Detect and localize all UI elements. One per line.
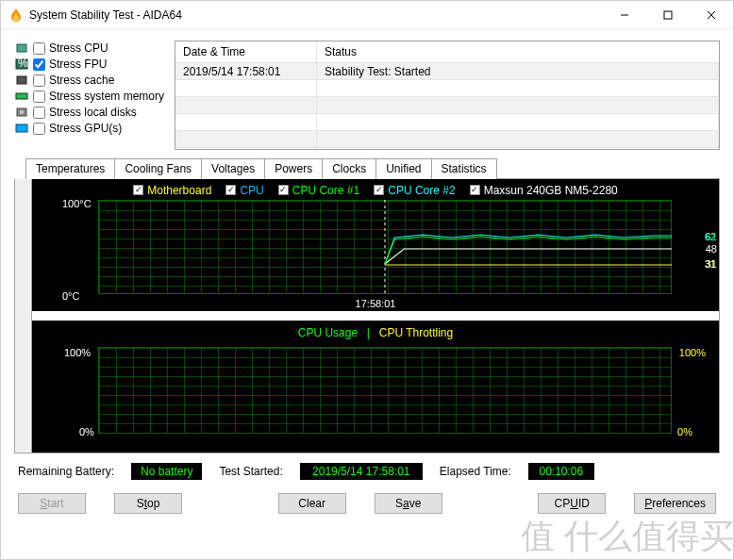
y-tick-bot: 0°C	[62, 290, 79, 302]
elapsed-label: Elapsed Time:	[440, 465, 511, 478]
stress-fpu-label: Stress FPU	[49, 58, 107, 71]
stress-disk-label: Stress local disks	[49, 106, 137, 119]
fpu-icon: %	[14, 58, 29, 71]
legend-cpu: CPU	[240, 184, 263, 197]
battery-label: Remaining Battery:	[18, 465, 114, 478]
event-log: Date & Time Status 2019/5/14 17:58:01 St…	[175, 41, 720, 150]
disk-icon	[14, 106, 29, 119]
memory-icon	[14, 90, 29, 103]
clear-button[interactable]: Clear	[278, 493, 346, 514]
legend-core2: CPU Core #2	[388, 184, 455, 197]
stress-memory-label: Stress system memory	[49, 90, 164, 103]
legend-ssd: Maxsun 240GB NM5-2280	[484, 184, 618, 197]
tab-voltages[interactable]: Voltages	[201, 158, 265, 179]
temperature-plot	[98, 200, 672, 294]
started-label: Test Started:	[219, 465, 282, 478]
battery-value: No battery	[131, 463, 202, 480]
save-button[interactable]: Save	[375, 493, 442, 514]
legend-cb-motherboard[interactable]: ✓	[133, 185, 143, 195]
event-col-status[interactable]: Status	[317, 41, 719, 62]
button-bar: Start Stop Clear Save CPUID Preferences	[18, 493, 716, 514]
svg-rect-1	[664, 11, 672, 19]
status-bar: Remaining Battery: No battery Test Start…	[18, 463, 716, 480]
legend-cb-core2[interactable]: ✓	[374, 185, 384, 195]
tab-unified[interactable]: Unified	[375, 158, 431, 179]
val-core2: 62	[705, 231, 729, 242]
cache-icon	[14, 74, 29, 87]
y2-right-top: 100%	[679, 347, 706, 358]
legend-motherboard: Motherboard	[147, 184, 211, 197]
event-row	[175, 114, 719, 131]
event-col-datetime[interactable]: Date & Time	[175, 41, 317, 62]
stress-cpu-label: Stress CPU	[49, 41, 108, 55]
svg-rect-7	[17, 76, 26, 84]
legend-cpu-usage: CPU Usage	[298, 326, 358, 339]
stress-cpu-checkbox[interactable]	[33, 42, 45, 55]
legend-core1: CPU Core #1	[292, 184, 359, 197]
y2-left-top: 100%	[64, 347, 91, 358]
event-row	[175, 80, 719, 97]
started-value: 2019/5/14 17:58:01	[300, 463, 423, 480]
val-ssd: 31	[705, 258, 729, 270]
window-title: System Stability Test - AIDA64	[29, 8, 603, 22]
y-tick-top: 100°C	[62, 198, 92, 209]
tab-cooling-fans[interactable]: Cooling Fans	[114, 158, 202, 179]
svg-rect-8	[16, 93, 27, 99]
app-icon	[8, 8, 24, 23]
svg-point-10	[20, 110, 24, 114]
svg-rect-4	[17, 44, 26, 52]
tab-clocks[interactable]: Clocks	[322, 158, 376, 179]
preferences-button[interactable]: Preferences	[634, 493, 716, 514]
tab-statistics[interactable]: Statistics	[431, 158, 497, 179]
svg-text:%: %	[18, 58, 28, 70]
stress-gpu-label: Stress GPU(s)	[49, 122, 122, 135]
gpu-icon	[14, 122, 29, 135]
event-row	[175, 97, 719, 114]
minimize-button[interactable]	[603, 1, 646, 29]
legend-cpu-throttling: CPU Throttling	[379, 326, 453, 339]
legend-cb-ssd[interactable]: ✓	[470, 185, 480, 195]
graph-tabs: Temperatures Cooling Fans Voltages Power…	[25, 157, 720, 179]
svg-rect-11	[16, 124, 27, 132]
y2-left-bot: 0%	[79, 426, 94, 437]
event-cell-status: Stability Test: Started	[317, 63, 719, 79]
tab-powers[interactable]: Powers	[264, 158, 323, 179]
stress-options: Stress CPU % Stress FPU Stress cache Str…	[14, 41, 165, 150]
x-tick: 17:58:01	[356, 298, 396, 309]
elapsed-value: 00:10:06	[528, 463, 594, 480]
stress-cache-label: Stress cache	[49, 74, 114, 87]
temperature-chart: ✓Motherboard ✓CPU ✓CPU Core #1 ✓CPU Core…	[32, 179, 719, 311]
stress-memory-checkbox[interactable]	[33, 91, 45, 103]
maximize-button[interactable]	[646, 1, 690, 29]
tab-temperatures[interactable]: Temperatures	[25, 158, 115, 179]
stress-gpu-checkbox[interactable]	[33, 123, 45, 135]
cpu-icon	[14, 41, 29, 55]
y2-right-bot: 0%	[677, 426, 692, 437]
stress-fpu-checkbox[interactable]	[33, 58, 45, 71]
val-cpu: 48	[706, 243, 717, 255]
event-row	[175, 131, 719, 148]
graph-scroll-stub[interactable]	[15, 179, 32, 453]
stress-disk-checkbox[interactable]	[33, 107, 45, 119]
stress-cache-checkbox[interactable]	[33, 74, 45, 87]
close-button[interactable]	[690, 1, 733, 29]
legend-cb-core1[interactable]: ✓	[278, 185, 289, 195]
cpu-usage-chart: CPU Usage | CPU Throttling 100% 0% 100% …	[32, 321, 719, 453]
event-row[interactable]: 2019/5/14 17:58:01 Stability Test: Start…	[175, 63, 719, 80]
start-button[interactable]: Start	[18, 493, 86, 514]
event-cell-datetime: 2019/5/14 17:58:01	[175, 63, 317, 79]
stop-button[interactable]: Stop	[114, 493, 182, 514]
legend-cb-cpu[interactable]: ✓	[225, 185, 236, 195]
cpuid-button[interactable]: CPUID	[538, 493, 606, 514]
